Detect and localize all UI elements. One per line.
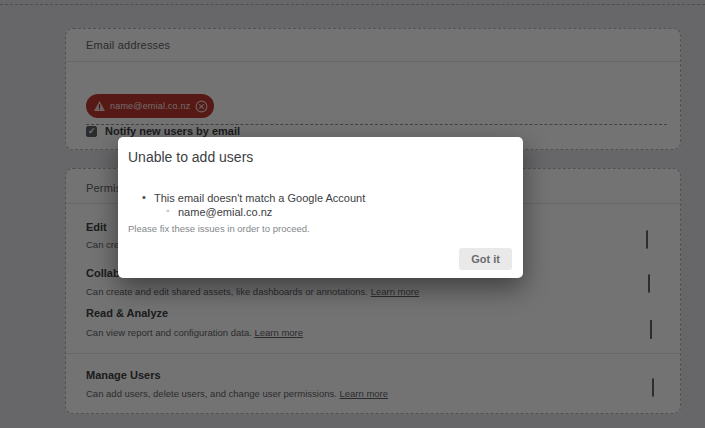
issue-detail-email: name@emial.co.nz: [178, 206, 272, 218]
got-it-button[interactable]: Got it: [459, 248, 512, 270]
unable-to-add-users-dialog: Unable to add users • This email doesn't…: [118, 137, 523, 278]
dialog-note: Please fix these issues in order to proc…: [128, 223, 310, 234]
issue-text: This email doesn't match a Google Accoun…: [154, 192, 365, 204]
dialog-title: Unable to add users: [128, 149, 253, 165]
bullet-icon: •: [142, 191, 146, 203]
sub-bullet-icon: ◦: [166, 205, 170, 216]
page: Email addresses name@emial.co.nz Notify …: [0, 0, 705, 428]
